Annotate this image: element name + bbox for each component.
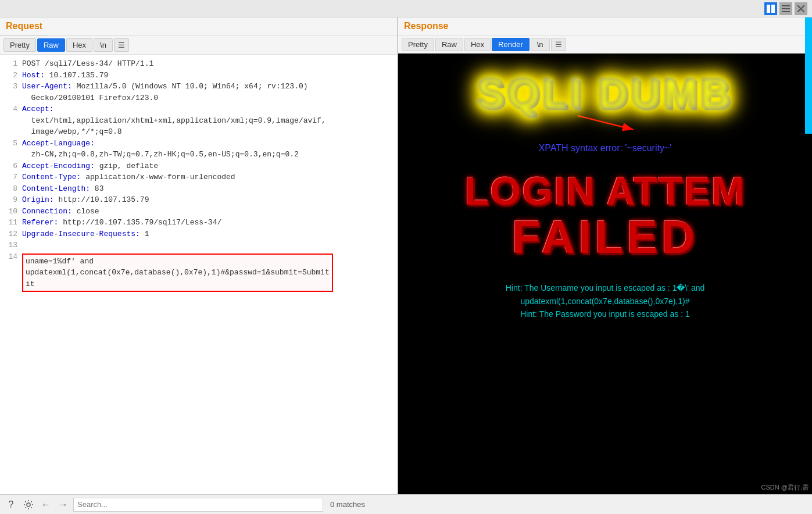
- request-header-row: Request: [0, 17, 397, 36]
- request-panel: Request Pretty Raw Hex \n ☰ 1 POST /sqli…: [0, 17, 398, 494]
- response-tab-pretty[interactable]: Pretty: [402, 38, 434, 51]
- response-tab-hex[interactable]: Hex: [464, 38, 491, 51]
- bottom-bar: ? ← → 0 matches: [0, 494, 812, 514]
- response-header-row: Response: [398, 17, 812, 35]
- split-view-button[interactable]: [764, 2, 777, 15]
- view-mode-buttons: [764, 2, 807, 15]
- request-line-7: 7 Content-Type: application/x-www-form-u…: [6, 172, 391, 183]
- request-tab-bar: Pretty Raw Hex \n ☰: [0, 36, 397, 55]
- forward-button[interactable]: →: [56, 497, 71, 512]
- response-tab-raw[interactable]: Raw: [435, 38, 463, 51]
- sqli-dumb-title: SQLI DUMB: [477, 71, 733, 117]
- request-line-5: 5 Accept-Language: zh-CN,zh;q=0.8,zh-TW;…: [6, 138, 391, 160]
- response-scrollbar[interactable]: [805, 17, 812, 134]
- svg-rect-1: [771, 5, 775, 13]
- svg-point-9: [27, 503, 30, 506]
- login-failed-wrapper: LOGIN ATTEM FAILED: [465, 171, 746, 264]
- response-title: Response: [398, 17, 454, 35]
- request-line-10: 10 Connection: close: [6, 206, 391, 217]
- watermark: CSDN @君行.需: [761, 483, 809, 492]
- svg-line-8: [578, 116, 634, 130]
- response-tab-menu[interactable]: ☰: [551, 38, 566, 51]
- request-tab-raw[interactable]: Raw: [37, 38, 65, 52]
- login-attempt-text: LOGIN ATTEM: [465, 171, 746, 210]
- main-area: Request Pretty Raw Hex \n ☰ 1 POST /sqli…: [0, 17, 812, 494]
- request-line-2: 2 Host: 10.107.135.79: [6, 70, 391, 81]
- hint-section: Hint: The Username you input is escaped …: [398, 281, 812, 320]
- svg-rect-4: [782, 11, 790, 12]
- matches-text: 0 matches: [330, 500, 365, 509]
- request-tab-menu[interactable]: ☰: [114, 38, 129, 52]
- request-line-11: 11 Referer: http://10.107.135.79/sqli7/L…: [6, 217, 391, 229]
- response-content: SQLI DUMB XPATH syntax error: '~security…: [398, 53, 812, 494]
- settings-button[interactable]: [21, 497, 36, 512]
- svg-rect-0: [767, 5, 770, 13]
- request-line-6: 6 Accept-Encoding: gzip, deflate: [6, 160, 391, 172]
- list-view-button[interactable]: [779, 2, 792, 15]
- close-view-button[interactable]: [795, 2, 807, 15]
- request-line-13: 13: [6, 240, 391, 251]
- hint-text-2: Hint: The Password you input is escaped …: [421, 308, 789, 320]
- request-line-4: 4 Accept: text/html,application/xhtml+xm…: [6, 103, 391, 138]
- sqli-title-wrapper: SQLI DUMB: [477, 71, 733, 117]
- request-line-8: 8 Content-Length: 83: [6, 183, 391, 195]
- hint-text-1: Hint: The Username you input is escaped …: [421, 281, 789, 308]
- xpath-error-text: XPATH syntax error: '~security~': [539, 143, 672, 154]
- request-line-1: 1 POST /sqli7/Less-34/ HTTP/1.1: [6, 58, 391, 70]
- request-body: 1 POST /sqli7/Less-34/ HTTP/1.1 2 Host: …: [0, 55, 397, 494]
- svg-rect-3: [782, 8, 790, 9]
- top-toolbar: [0, 0, 812, 17]
- failed-text: FAILED: [465, 210, 746, 264]
- request-payload-text: uname=1%df' and updatexml(1,concat(0x7e,…: [26, 257, 330, 288]
- help-button[interactable]: ?: [3, 497, 19, 512]
- request-tab-hex[interactable]: Hex: [66, 38, 92, 52]
- response-tab-newline[interactable]: \n: [531, 38, 550, 51]
- search-input[interactable]: [73, 498, 323, 512]
- request-line-3: 3 User-Agent: Mozilla/5.0 (Windows NT 10…: [6, 81, 391, 103]
- request-payload-box: uname=1%df' and updatexml(1,concat(0x7e,…: [22, 254, 333, 292]
- request-line-9: 9 Origin: http://10.107.135.79: [6, 194, 391, 206]
- request-line-12: 12 Upgrade-Insecure-Requests: 1: [6, 229, 391, 240]
- response-tab-render[interactable]: Render: [492, 38, 530, 51]
- back-button[interactable]: ←: [38, 497, 53, 512]
- request-line-14: 14 uname=1%df' and updatexml(1,concat(0x…: [6, 251, 391, 295]
- request-title: Request: [0, 17, 48, 35]
- response-panel: Response Pretty Raw Hex Render \n ☰ SQLI…: [398, 17, 812, 494]
- response-tab-bar: Pretty Raw Hex Render \n ☰: [398, 35, 812, 53]
- request-tab-newline[interactable]: \n: [94, 38, 113, 52]
- request-tab-pretty[interactable]: Pretty: [3, 38, 36, 52]
- svg-rect-2: [782, 5, 790, 6]
